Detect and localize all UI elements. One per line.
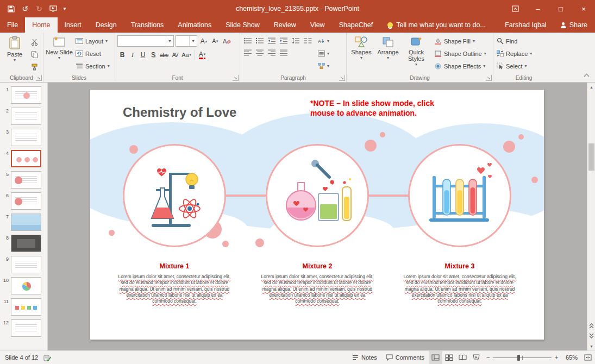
maximize-button[interactable]: □ [549,0,572,17]
paragraph-dialog-launcher[interactable]: ↘ [339,75,345,81]
account-name[interactable]: Farshad Iqbal [498,17,553,33]
tab-insert[interactable]: Insert [58,17,89,33]
minimize-button[interactable]: – [527,0,549,17]
close-button[interactable]: × [572,0,595,17]
tab-slide-show[interactable]: Slide Show [218,17,267,33]
next-slide-button[interactable] [587,331,595,341]
tab-file[interactable]: File [0,17,25,33]
notes-toggle[interactable]: Notes [348,351,381,364]
slide-thumbnail-9[interactable]: 9 [0,256,47,273]
cut-icon[interactable] [29,36,40,47]
align-text-button[interactable]: ▾ [317,48,330,59]
line-spacing-icon[interactable] [290,35,301,46]
collapse-ribbon-button[interactable] [582,72,591,80]
scroll-down-icon[interactable]: ▾ [587,342,595,350]
slide-note[interactable]: *NOTE – In slide show mode, click mouse … [310,98,453,118]
decrease-font-size-button[interactable]: A▾ [210,36,220,47]
zoom-level[interactable]: 65% [561,354,581,361]
zoom-thumb[interactable] [517,355,520,361]
tab-animations[interactable]: Animations [171,17,218,33]
scrollbar-thumb[interactable] [588,143,594,171]
italic-button[interactable]: I [128,49,137,60]
justify-icon[interactable] [278,47,289,58]
tab-home[interactable]: Home [25,17,57,33]
font-color-button[interactable]: A▾ [197,49,207,60]
slide-thumbnail-11[interactable]: 11 [0,298,47,316]
replace-button[interactable]: Replace ▾ [496,48,552,59]
layout-button[interactable]: Layout ▾ [74,35,111,47]
comments-toggle[interactable]: Comments [381,351,429,364]
shape-effects-button[interactable]: Shape Effects ▾ [433,60,487,72]
customize-qat-icon[interactable]: ▾ [61,2,68,15]
tab-shapechef[interactable]: ShapeChef [332,17,380,33]
slide-thumbnail-4[interactable]: 4 [0,150,47,167]
mixture-1-circle[interactable] [123,144,226,247]
find-button[interactable]: Find [496,35,552,47]
font-size-select[interactable]: ▾ [176,35,197,47]
zoom-in-button[interactable]: + [552,354,561,361]
previous-slide-button[interactable] [587,321,595,331]
vertical-scrollbar[interactable]: ▴ ▾ [587,83,595,350]
align-center-icon[interactable] [254,47,265,58]
tab-review[interactable]: Review [267,17,303,33]
zoom-out-button[interactable]: − [483,354,493,361]
save-icon[interactable] [4,2,17,15]
drawing-dialog-launcher[interactable]: ↘ [486,75,492,81]
view-reading-button[interactable] [456,351,469,364]
shape-fill-button[interactable]: Shape Fill ▾ [433,35,487,47]
slide-thumbnail-10[interactable]: 10 [0,277,47,294]
numbering-icon[interactable] [254,35,265,46]
section-button[interactable]: Section ▾ [74,60,111,72]
mixture-2-circle[interactable] [266,144,369,247]
slide-thumbnail-3[interactable]: 3 [0,129,47,146]
mixture-1-heading[interactable]: Mixture 1 [117,262,231,270]
text-shadow-button[interactable]: S [148,49,158,60]
text-direction-button[interactable]: A ▾ [317,35,330,47]
convert-to-smartart-button[interactable]: ▾ [317,60,330,72]
mixture-2-heading[interactable]: Mixture 2 [260,262,374,270]
share-button[interactable]: Share [553,17,595,33]
columns-icon[interactable] [302,35,313,46]
slide-thumbnail-5[interactable]: 5 [0,171,47,189]
slide-thumbnail-1[interactable]: 1 [0,86,47,104]
tab-transitions[interactable]: Transitions [124,17,171,33]
mixture-3-circle[interactable] [408,144,511,247]
strikethrough-button[interactable]: abc [159,49,170,60]
mixture-2-body[interactable]: Lorem ipsum dolor sit amet, consectetur … [260,274,375,304]
mixture-1-body[interactable]: Lorem ipsum dolor sit amet, consectetur … [117,274,232,304]
bold-button[interactable]: B [117,49,127,60]
zoom-slider[interactable] [493,351,552,364]
scroll-up-icon[interactable]: ▴ [587,83,595,91]
paste-button[interactable]: Paste ▾ [2,34,27,73]
slide-thumbnail-6[interactable]: 6 [0,192,47,210]
reset-button[interactable]: Reset [74,48,111,59]
slide-thumbnail-12[interactable]: 12 [0,319,47,337]
view-normal-button[interactable] [429,351,442,364]
bullets-icon[interactable] [242,35,253,46]
shapes-button[interactable]: Shapes ▾ [349,34,374,73]
align-right-icon[interactable] [266,47,277,58]
start-slideshow-icon[interactable] [47,2,60,15]
redo-icon[interactable]: ↻ [33,2,46,15]
increase-indent-icon[interactable] [278,35,289,46]
slide-thumbnail-7[interactable]: 7 [0,214,47,231]
mixture-3-heading[interactable]: Mixture 3 [403,262,517,270]
shape-outline-button[interactable]: Shape Outline ▾ [433,48,487,59]
new-slide-button[interactable]: New Slide ▾ [46,34,73,73]
increase-font-size-button[interactable]: A▴ [199,36,209,47]
change-case-button[interactable]: Aa▾ [180,49,192,60]
view-slideshow-button[interactable] [469,351,483,364]
decrease-indent-icon[interactable] [266,35,277,46]
view-slide-sorter-button[interactable] [442,351,456,364]
character-spacing-button[interactable]: AV [170,49,180,60]
fit-slide-to-window-button[interactable] [581,351,595,364]
underline-button[interactable]: U [138,49,148,60]
slide-thumbnail-8[interactable]: 8 [0,235,47,252]
tab-view[interactable]: View [303,17,332,33]
clipboard-dialog-launcher[interactable]: ↘ [36,75,42,81]
clear-formatting-button[interactable]: A [222,36,232,47]
font-name-select[interactable]: ▾ [117,35,174,47]
format-painter-icon[interactable] [29,61,40,72]
spellcheck-icon[interactable] [43,354,51,361]
arrange-button[interactable]: Arrange ▾ [375,34,400,73]
